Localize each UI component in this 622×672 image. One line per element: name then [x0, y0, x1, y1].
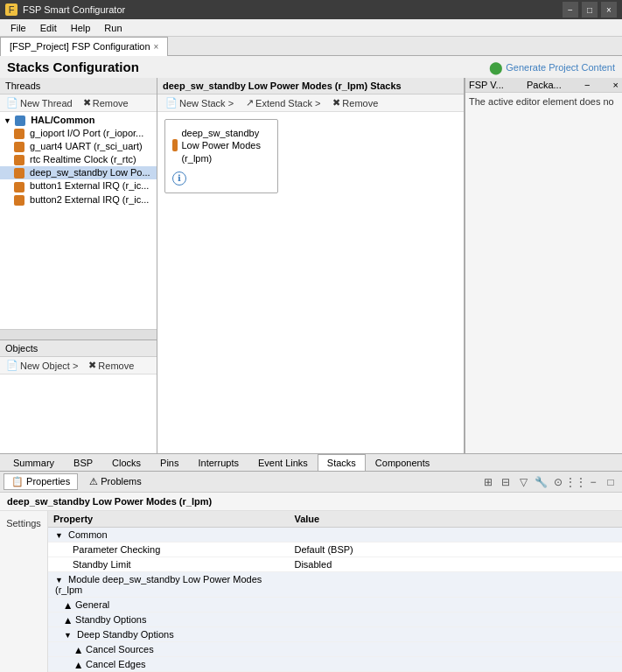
threads-title: Threads	[5, 80, 40, 91]
toolbar-icon-5[interactable]: ⋮⋮	[568, 474, 584, 490]
group-common[interactable]: ▼ Common	[48, 528, 622, 542]
objects-header: Objects	[0, 340, 157, 357]
tree-item-deep-sw[interactable]: deep_sw_standby Low Po...	[0, 166, 157, 179]
remove-thread-button[interactable]: ✖ Remove	[80, 96, 131, 109]
tree-item-ioport[interactable]: g_ioport I/O Port (r_iopor...	[0, 127, 157, 140]
tab-fsp-configuration[interactable]: [FSP_Project] FSP Configuration ×	[0, 37, 168, 56]
generate-icon: ⬤	[489, 60, 503, 74]
maximize-button[interactable]: □	[582, 2, 598, 18]
props-tab-problems[interactable]: ⚠ Problems	[81, 473, 150, 490]
close-button[interactable]: ×	[601, 2, 617, 18]
properties-section: 📋 Properties ⚠ Problems ⊞ ⊟ ▽ 🔧 ⊙ ⋮⋮ − □…	[0, 472, 622, 672]
objects-tree	[0, 374, 157, 453]
group-cancel-edges[interactable]: ▶ Cancel Edges	[48, 657, 622, 672]
new-stack-button[interactable]: 📄 New Stack >	[163, 96, 236, 109]
remove-object-button[interactable]: ✖ Remove	[86, 359, 136, 372]
module-icon	[14, 168, 24, 178]
new-thread-button[interactable]: 📄 New Thread	[3, 96, 75, 109]
row-param-checking[interactable]: Parameter Checking Default (BSP)	[48, 542, 622, 557]
right-panel-content: The active editor element does no	[465, 93, 622, 453]
tab-pins[interactable]: Pins	[150, 454, 188, 471]
props-tab-properties[interactable]: 📋 Properties	[3, 473, 78, 490]
tab-bsp[interactable]: BSP	[64, 454, 102, 471]
props-title: deep_sw_standby Low Power Modes (r_lpm)	[0, 493, 622, 511]
generate-project-button[interactable]: ⬤ Generate Project Content	[489, 60, 615, 74]
stacks-title: deep_sw_standby Low Power Modes (r_lpm) …	[163, 80, 402, 91]
new-object-button[interactable]: 📄 New Object >	[3, 359, 80, 372]
tab-bar: [FSP_Project] FSP Configuration ×	[0, 37, 622, 56]
toolbar-icon-4[interactable]: ⊙	[550, 474, 566, 490]
expand-cancel-sources: ▶	[73, 648, 82, 654]
group-deep-standby[interactable]: ▼ Deep Standby Options	[48, 627, 622, 642]
menu-bar: File Edit Help Run	[0, 19, 622, 37]
app-icon: F	[5, 4, 17, 16]
center-panel: deep_sw_standby Low Power Modes (r_lpm) …	[157, 78, 465, 453]
menu-run[interactable]: Run	[97, 21, 129, 35]
toolbar-icon-3[interactable]: 🔧	[533, 474, 549, 490]
module-icon	[14, 195, 24, 206]
menu-help[interactable]: Help	[64, 21, 98, 35]
right-panel-title1: FSP V...	[469, 80, 504, 90]
top-section: Threads 📄 New Thread ✖ Remove ▼ HAL/Comm…	[0, 78, 622, 454]
threads-header: Threads	[0, 78, 157, 94]
tab-summary[interactable]: Summary	[3, 454, 64, 471]
maximize-props-icon[interactable]: □	[603, 474, 619, 490]
toolbar-icon-2[interactable]: ⊟	[498, 474, 514, 490]
module-icon	[14, 182, 24, 192]
group-module[interactable]: ▼ Module deep_sw_standby Low Power Modes…	[48, 572, 622, 598]
stack-block-icon	[172, 139, 178, 151]
objects-toolbar: 📄 New Object > ✖ Remove	[0, 357, 157, 374]
tree-item-button2[interactable]: button2 External IRQ (r_ic...	[0, 193, 157, 206]
objects-panel: Objects 📄 New Object > ✖ Remove	[0, 340, 157, 453]
expand-module: ▼	[55, 576, 63, 584]
minimize-right-icon[interactable]: −	[584, 80, 590, 90]
menu-file[interactable]: File	[3, 21, 33, 35]
right-panel-message: The active editor element does no	[469, 96, 614, 107]
stacks-subtoolbar: 📄 New Stack > ↗ Extend Stack > ✖ Remove	[157, 94, 464, 112]
minimize-button[interactable]: −	[563, 2, 578, 18]
menu-edit[interactable]: Edit	[33, 21, 64, 35]
tab-clocks[interactable]: Clocks	[102, 454, 150, 471]
main-area: Stacks Configuration ⬤ Generate Project …	[0, 56, 622, 672]
new-object-icon: 📄	[6, 360, 18, 371]
expand-cancel-edges: ▶	[73, 662, 82, 668]
tree-item-hal-common[interactable]: ▼ HAL/Common	[0, 114, 157, 127]
toolbar-icon-1[interactable]: ⊞	[480, 474, 496, 490]
group-standby-options[interactable]: ▶ Standby Options	[48, 612, 622, 627]
close-right-icon[interactable]: ×	[613, 80, 619, 90]
extend-icon: ↗	[246, 97, 254, 108]
tree-item-button1[interactable]: button1 External IRQ (r_ic...	[0, 179, 157, 192]
tab-interrupts[interactable]: Interrupts	[189, 454, 248, 471]
right-panel-title2: Packa...	[527, 80, 562, 90]
expand-general: ▶	[63, 603, 72, 609]
threads-scrollbar[interactable]	[0, 329, 157, 340]
left-panel: Threads 📄 New Thread ✖ Remove ▼ HAL/Comm…	[0, 78, 157, 453]
tab-components[interactable]: Components	[366, 454, 439, 471]
right-panel-header: FSP V... Packa... − ×	[465, 78, 622, 93]
tree-item-rtc[interactable]: rtc Realtime Clock (r_rtc)	[0, 153, 157, 166]
threads-tree: ▼ HAL/Common g_ioport I/O Port (r_iopor.…	[0, 112, 157, 329]
new-stack-icon: 📄	[165, 97, 178, 108]
row-standby-limit[interactable]: Standby Limit Disabled	[48, 557, 622, 572]
stack-block[interactable]: deep_sw_standby Low Power Modes (r_lpm) …	[164, 119, 278, 193]
stack-info-icon[interactable]: ℹ	[172, 172, 186, 186]
tab-event-links[interactable]: Event Links	[248, 454, 318, 471]
minimize-props-icon[interactable]: −	[585, 474, 601, 490]
group-general[interactable]: ▶ General	[48, 598, 622, 612]
app-title: FSP Smart Configurator	[23, 4, 125, 15]
extend-stack-button[interactable]: ↗ Extend Stack >	[243, 96, 323, 109]
objects-title: Objects	[5, 343, 38, 354]
properties-icon: 📋	[11, 476, 24, 486]
tab-close-icon[interactable]: ×	[154, 42, 159, 52]
remove-stack-icon: ✖	[332, 97, 340, 108]
filter-icon[interactable]: ▽	[515, 474, 531, 490]
remove-icon: ✖	[83, 97, 91, 108]
threads-toolbar: 📄 New Thread ✖ Remove	[0, 94, 157, 112]
remove-stack-button[interactable]: ✖ Remove	[330, 96, 381, 109]
tab-stacks[interactable]: Stacks	[318, 454, 366, 471]
tree-item-uart4[interactable]: g_uart4 UART (r_sci_uart)	[0, 140, 157, 153]
bottom-tabs: Summary BSP Clocks Pins Interrupts Event…	[0, 454, 622, 472]
group-cancel-sources[interactable]: ▶ Cancel Sources	[48, 642, 622, 657]
remove-obj-icon: ✖	[88, 360, 96, 371]
module-icon	[14, 155, 24, 165]
